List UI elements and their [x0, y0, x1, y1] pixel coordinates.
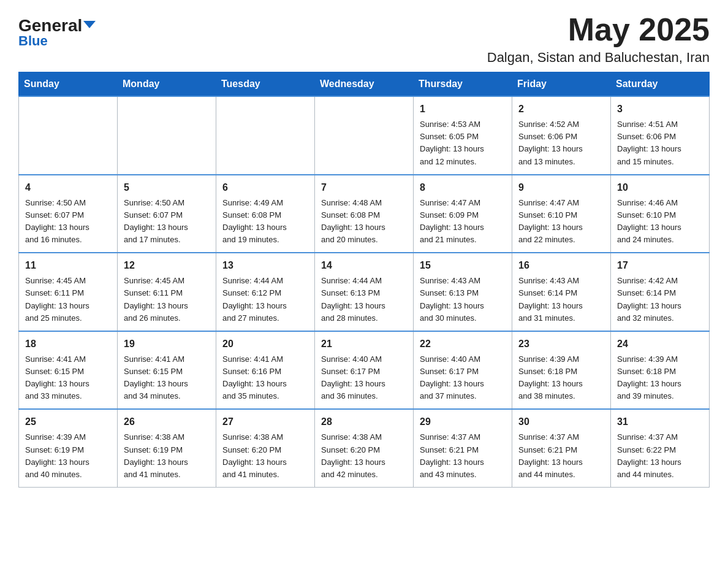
day-number: 7	[321, 180, 407, 195]
day-info: Sunrise: 4:49 AMSunset: 6:08 PMDaylight:…	[222, 197, 308, 247]
calendar-cell: 25Sunrise: 4:39 AMSunset: 6:19 PMDayligh…	[19, 409, 118, 487]
calendar-header-tuesday: Tuesday	[216, 72, 315, 97]
day-info: Sunrise: 4:45 AMSunset: 6:11 PMDaylight:…	[124, 275, 210, 324]
day-info: Sunrise: 4:45 AMSunset: 6:11 PMDaylight:…	[25, 275, 111, 324]
logo-main: General	[18, 17, 96, 34]
day-info: Sunrise: 4:48 AMSunset: 6:08 PMDaylight:…	[321, 197, 407, 247]
calendar-cell: 28Sunrise: 4:38 AMSunset: 6:20 PMDayligh…	[315, 409, 414, 487]
day-info: Sunrise: 4:39 AMSunset: 6:19 PMDaylight:…	[25, 431, 111, 481]
calendar-week-row: 1Sunrise: 4:53 AMSunset: 6:05 PMDaylight…	[19, 96, 710, 175]
day-number: 27	[222, 415, 308, 429]
calendar-cell: 12Sunrise: 4:45 AMSunset: 6:11 PMDayligh…	[118, 253, 216, 331]
day-info: Sunrise: 4:38 AMSunset: 6:20 PMDaylight:…	[321, 431, 407, 481]
calendar-week-row: 25Sunrise: 4:39 AMSunset: 6:19 PMDayligh…	[19, 409, 710, 487]
logo: General Blue	[18, 17, 96, 49]
day-info: Sunrise: 4:43 AMSunset: 6:13 PMDaylight:…	[420, 275, 506, 324]
day-info: Sunrise: 4:47 AMSunset: 6:09 PMDaylight:…	[420, 197, 506, 247]
day-info: Sunrise: 4:39 AMSunset: 6:18 PMDaylight:…	[617, 353, 703, 403]
calendar-cell: 9Sunrise: 4:47 AMSunset: 6:10 PMDaylight…	[512, 175, 611, 253]
day-number: 5	[124, 180, 210, 195]
calendar-cell: 3Sunrise: 4:51 AMSunset: 6:06 PMDaylight…	[611, 96, 710, 175]
day-number: 10	[617, 180, 703, 195]
day-info: Sunrise: 4:40 AMSunset: 6:17 PMDaylight:…	[321, 353, 407, 403]
calendar-cell: 17Sunrise: 4:42 AMSunset: 6:14 PMDayligh…	[611, 253, 710, 331]
calendar-cell: 8Sunrise: 4:47 AMSunset: 6:09 PMDaylight…	[414, 175, 512, 253]
day-info: Sunrise: 4:39 AMSunset: 6:18 PMDaylight:…	[518, 353, 604, 403]
day-number: 25	[25, 415, 111, 429]
day-number: 18	[25, 337, 111, 351]
day-number: 28	[321, 415, 407, 429]
calendar-cell	[118, 96, 216, 175]
day-info: Sunrise: 4:37 AMSunset: 6:22 PMDaylight:…	[617, 431, 703, 481]
calendar-header-saturday: Saturday	[611, 72, 710, 97]
calendar-week-row: 4Sunrise: 4:50 AMSunset: 6:07 PMDaylight…	[19, 175, 710, 253]
calendar-cell: 29Sunrise: 4:37 AMSunset: 6:21 PMDayligh…	[414, 409, 512, 487]
day-info: Sunrise: 4:50 AMSunset: 6:07 PMDaylight:…	[25, 197, 111, 247]
calendar-cell: 14Sunrise: 4:44 AMSunset: 6:13 PMDayligh…	[315, 253, 414, 331]
day-number: 16	[518, 258, 604, 273]
day-info: Sunrise: 4:43 AMSunset: 6:14 PMDaylight:…	[518, 275, 604, 324]
calendar-cell: 20Sunrise: 4:41 AMSunset: 6:16 PMDayligh…	[216, 331, 315, 410]
day-number: 26	[124, 415, 210, 429]
day-number: 6	[222, 180, 308, 195]
location-title: Dalgan, Sistan and Baluchestan, Iran	[487, 50, 710, 66]
calendar-cell	[19, 96, 118, 175]
day-number: 11	[25, 258, 111, 273]
day-info: Sunrise: 4:38 AMSunset: 6:19 PMDaylight:…	[124, 431, 210, 481]
calendar-cell: 7Sunrise: 4:48 AMSunset: 6:08 PMDaylight…	[315, 175, 414, 253]
day-info: Sunrise: 4:41 AMSunset: 6:15 PMDaylight:…	[25, 353, 111, 403]
calendar-header-sunday: Sunday	[19, 72, 118, 97]
month-title: May 2025	[487, 12, 710, 47]
calendar-cell: 16Sunrise: 4:43 AMSunset: 6:14 PMDayligh…	[512, 253, 611, 331]
calendar-cell: 6Sunrise: 4:49 AMSunset: 6:08 PMDaylight…	[216, 175, 315, 253]
calendar-cell: 31Sunrise: 4:37 AMSunset: 6:22 PMDayligh…	[611, 409, 710, 487]
calendar-cell: 19Sunrise: 4:41 AMSunset: 6:15 PMDayligh…	[118, 331, 216, 410]
day-info: Sunrise: 4:37 AMSunset: 6:21 PMDaylight:…	[420, 431, 506, 481]
day-number: 21	[321, 337, 407, 351]
calendar-week-row: 18Sunrise: 4:41 AMSunset: 6:15 PMDayligh…	[19, 331, 710, 410]
day-info: Sunrise: 4:38 AMSunset: 6:20 PMDaylight:…	[222, 431, 308, 481]
calendar-cell: 18Sunrise: 4:41 AMSunset: 6:15 PMDayligh…	[19, 331, 118, 410]
calendar-cell: 22Sunrise: 4:40 AMSunset: 6:17 PMDayligh…	[414, 331, 512, 410]
calendar-cell: 2Sunrise: 4:52 AMSunset: 6:06 PMDaylight…	[512, 96, 611, 175]
calendar-cell	[315, 96, 414, 175]
day-info: Sunrise: 4:44 AMSunset: 6:12 PMDaylight:…	[222, 275, 308, 324]
day-info: Sunrise: 4:41 AMSunset: 6:16 PMDaylight:…	[222, 353, 308, 403]
day-info: Sunrise: 4:44 AMSunset: 6:13 PMDaylight:…	[321, 275, 407, 324]
day-number: 8	[420, 180, 506, 195]
day-info: Sunrise: 4:47 AMSunset: 6:10 PMDaylight:…	[518, 197, 604, 247]
calendar-cell: 11Sunrise: 4:45 AMSunset: 6:11 PMDayligh…	[19, 253, 118, 331]
day-number: 29	[420, 415, 506, 429]
calendar-cell: 24Sunrise: 4:39 AMSunset: 6:18 PMDayligh…	[611, 331, 710, 410]
calendar-cell: 21Sunrise: 4:40 AMSunset: 6:17 PMDayligh…	[315, 331, 414, 410]
day-number: 13	[222, 258, 308, 273]
calendar-header-wednesday: Wednesday	[315, 72, 414, 97]
page-header: General Blue May 2025 Dalgan, Sistan and…	[18, 12, 710, 66]
day-info: Sunrise: 4:53 AMSunset: 6:05 PMDaylight:…	[420, 118, 506, 168]
calendar-cell: 13Sunrise: 4:44 AMSunset: 6:12 PMDayligh…	[216, 253, 315, 331]
day-number: 1	[420, 102, 506, 117]
calendar-cell: 30Sunrise: 4:37 AMSunset: 6:21 PMDayligh…	[512, 409, 611, 487]
day-number: 2	[518, 102, 604, 117]
day-info: Sunrise: 4:50 AMSunset: 6:07 PMDaylight:…	[124, 197, 210, 247]
day-number: 23	[518, 337, 604, 351]
title-block: May 2025 Dalgan, Sistan and Baluchestan,…	[487, 12, 710, 66]
calendar-cell: 26Sunrise: 4:38 AMSunset: 6:19 PMDayligh…	[118, 409, 216, 487]
day-number: 4	[25, 180, 111, 195]
calendar-cell: 4Sunrise: 4:50 AMSunset: 6:07 PMDaylight…	[19, 175, 118, 253]
day-number: 20	[222, 337, 308, 351]
day-number: 22	[420, 337, 506, 351]
day-number: 9	[518, 180, 604, 195]
day-number: 3	[617, 102, 703, 117]
calendar-week-row: 11Sunrise: 4:45 AMSunset: 6:11 PMDayligh…	[19, 253, 710, 331]
day-info: Sunrise: 4:46 AMSunset: 6:10 PMDaylight:…	[617, 197, 703, 247]
calendar-table: SundayMondayTuesdayWednesdayThursdayFrid…	[18, 72, 710, 488]
day-number: 24	[617, 337, 703, 351]
calendar-header-friday: Friday	[512, 72, 611, 97]
day-info: Sunrise: 4:37 AMSunset: 6:21 PMDaylight:…	[518, 431, 604, 481]
calendar-cell: 5Sunrise: 4:50 AMSunset: 6:07 PMDaylight…	[118, 175, 216, 253]
day-number: 31	[617, 415, 703, 429]
day-info: Sunrise: 4:41 AMSunset: 6:15 PMDaylight:…	[124, 353, 210, 403]
calendar-cell: 15Sunrise: 4:43 AMSunset: 6:13 PMDayligh…	[414, 253, 512, 331]
day-number: 14	[321, 258, 407, 273]
